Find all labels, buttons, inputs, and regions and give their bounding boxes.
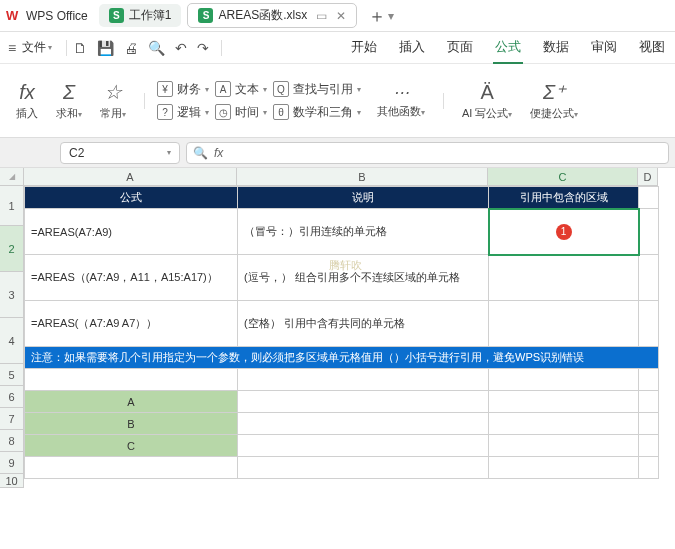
cell-D1[interactable] — [639, 187, 659, 209]
print-icon[interactable]: 🖨 — [124, 40, 138, 56]
cell-C6[interactable] — [489, 369, 639, 391]
preview-icon[interactable]: 🔍 — [148, 40, 165, 56]
col-header-B[interactable]: B — [237, 168, 488, 186]
sum-button[interactable]: Σ 求和▾ — [50, 77, 88, 125]
star-icon: ☆ — [104, 80, 122, 104]
cell-A3[interactable]: =AREAS（(A7:A9，A11，A15:A17)） — [25, 255, 238, 301]
row-header-9[interactable]: 9 — [0, 452, 24, 474]
row-header-1[interactable]: 1 — [0, 186, 24, 226]
row-header-2[interactable]: 2 — [0, 226, 24, 272]
cell-B9[interactable] — [238, 435, 489, 457]
save-icon[interactable]: 💾 — [97, 40, 114, 56]
cell-C9[interactable] — [489, 435, 639, 457]
cell-C2[interactable]: 1 — [489, 209, 639, 255]
insert-function-button[interactable]: fx 插入 — [10, 77, 44, 125]
cell-C3[interactable] — [489, 255, 639, 301]
cell-C1[interactable]: 引用中包含的区域 — [489, 187, 639, 209]
new-icon[interactable]: 🗋 — [73, 40, 87, 56]
row-header-7[interactable]: 7 — [0, 408, 24, 430]
lookup-icon: Q — [273, 81, 289, 97]
cell-B6[interactable] — [238, 369, 489, 391]
spreadsheet-grid[interactable]: ◢ A B C D 1 2 3 4 5 6 7 8 9 10 公式 说明 引用中… — [0, 168, 675, 549]
cell-D2[interactable] — [639, 209, 659, 255]
cell-D9[interactable] — [639, 435, 659, 457]
file-menu[interactable]: 文件 ▾ — [22, 39, 52, 56]
file-tab-areas[interactable]: S AREAS函数.xlsx ▭ ✕ — [187, 3, 357, 28]
col-header-A[interactable]: A — [24, 168, 237, 186]
cell-A7[interactable]: A — [25, 391, 238, 413]
zoom-icon[interactable]: 🔍 — [193, 146, 208, 160]
redo-icon[interactable]: ↷ — [197, 40, 209, 56]
text-button[interactable]: A文本▾ — [215, 81, 267, 98]
tab-view[interactable]: 视图 — [637, 32, 667, 64]
cell-C7[interactable] — [489, 391, 639, 413]
select-all-corner[interactable]: ◢ — [0, 168, 24, 186]
cell-A9[interactable]: C — [25, 435, 238, 457]
cell-B3[interactable]: (逗号，） 组合引用多个不连续区域的单元格 — [238, 255, 489, 301]
hamburger-icon[interactable]: ≡ — [8, 40, 16, 56]
ai-formula-button[interactable]: Ä AI 写公式▾ — [456, 77, 518, 125]
file-tab-workbook1[interactable]: S 工作簿1 — [99, 4, 182, 27]
cell-C4[interactable] — [489, 301, 639, 347]
col-header-D[interactable]: D — [638, 168, 658, 186]
math-button[interactable]: θ数学和三角▾ — [273, 104, 361, 121]
formula-bar-row: C2 ▾ 🔍 fx — [0, 138, 675, 168]
tab-formula[interactable]: 公式 — [493, 32, 523, 64]
lookup-button[interactable]: Q查找与引用▾ — [273, 81, 361, 98]
name-box-value: C2 — [69, 146, 84, 160]
finance-button[interactable]: ¥财务▾ — [157, 81, 209, 98]
col-header-C[interactable]: C — [488, 168, 638, 186]
tab-close-icon[interactable]: ✕ — [336, 9, 346, 23]
logic-button[interactable]: ?逻辑▾ — [157, 104, 209, 121]
datetime-button[interactable]: ◷时间▾ — [215, 104, 267, 121]
tab-insert[interactable]: 插入 — [397, 32, 427, 64]
cell-D10[interactable] — [639, 457, 659, 479]
undo-icon[interactable]: ↶ — [175, 40, 187, 56]
cell-B7[interactable] — [238, 391, 489, 413]
add-tab-button[interactable]: ＋ — [368, 4, 386, 28]
cell-A5-note[interactable]: 注意：如果需要将几个引用指定为一个参数，则必须把多区域单元格值用（）小括号进行引… — [25, 347, 659, 369]
name-box[interactable]: C2 ▾ — [60, 142, 180, 164]
row-header-8[interactable]: 8 — [0, 430, 24, 452]
tab-review[interactable]: 审阅 — [589, 32, 619, 64]
tab-window-icon[interactable]: ▭ — [316, 9, 327, 23]
cell-B10[interactable] — [238, 457, 489, 479]
tab-page[interactable]: 页面 — [445, 32, 475, 64]
brand-text: WPS Office — [26, 9, 88, 23]
cell-C8[interactable] — [489, 413, 639, 435]
row-header-10[interactable]: 10 — [0, 474, 24, 488]
cell-A1[interactable]: 公式 — [25, 187, 238, 209]
sum-label: 求和▾ — [56, 106, 82, 121]
row-header-5[interactable]: 5 — [0, 364, 24, 386]
cell-B8[interactable] — [238, 413, 489, 435]
cell-A2[interactable]: =AREAS(A7:A9) — [25, 209, 238, 255]
row-header-3[interactable]: 3 — [0, 272, 24, 318]
cell-B4[interactable]: (空格） 引用中含有共同的单元格 — [238, 301, 489, 347]
other-functions-button[interactable]: ⋯ 其他函数▾ — [371, 79, 431, 123]
tab-data[interactable]: 数据 — [541, 32, 571, 64]
cell-B2[interactable]: （冒号：）引用连续的单元格 — [238, 209, 489, 255]
row-header-6[interactable]: 6 — [0, 386, 24, 408]
cell-D4[interactable] — [639, 301, 659, 347]
cell-D7[interactable] — [639, 391, 659, 413]
add-tab-chevron-icon[interactable]: ▾ — [388, 9, 394, 23]
cell-A10[interactable] — [25, 457, 238, 479]
spreadsheet-icon: S — [109, 8, 124, 23]
row-header-4[interactable]: 4 — [0, 318, 24, 364]
ribbon-column-1: ¥财务▾ ?逻辑▾ — [157, 81, 209, 121]
cell-A8[interactable]: B — [25, 413, 238, 435]
tab-start[interactable]: 开始 — [349, 32, 379, 64]
cell-B1[interactable]: 说明 — [238, 187, 489, 209]
cell-D8[interactable] — [639, 413, 659, 435]
wps-logo-icon: W — [6, 8, 22, 24]
text-icon: A — [215, 81, 231, 97]
formula-bar[interactable]: 🔍 fx — [186, 142, 669, 164]
cell-A4[interactable]: =AREAS(（A7:A9 A7）） — [25, 301, 238, 347]
cell-C10[interactable] — [489, 457, 639, 479]
cell-D3[interactable] — [639, 255, 659, 301]
cell-D6[interactable] — [639, 369, 659, 391]
sigma-icon: Σ — [63, 81, 75, 104]
quick-formula-button[interactable]: Σ⁺ 便捷公式▾ — [524, 76, 584, 125]
common-button[interactable]: ☆ 常用▾ — [94, 76, 132, 125]
cell-A6[interactable] — [25, 369, 238, 391]
